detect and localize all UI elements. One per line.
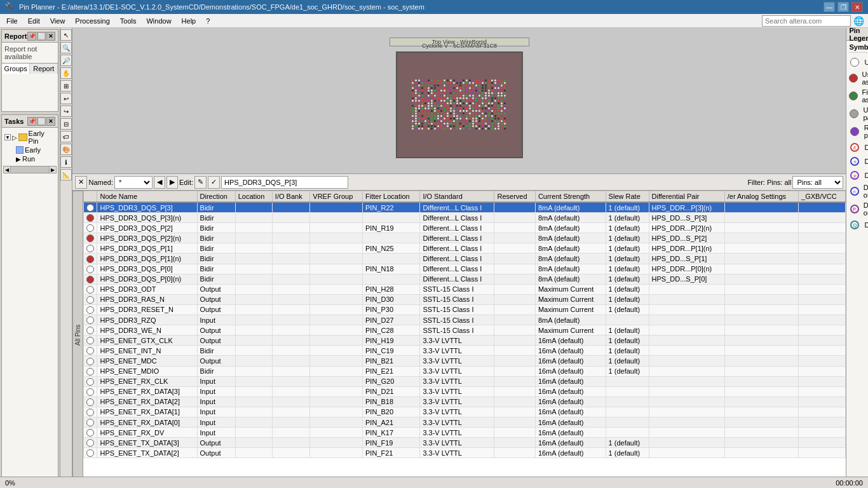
table-cell: HPS_DD...S_P[1] [649,254,724,264]
table-row[interactable]: HPS_DDR3_DQS_P[3]BidirPIN_R22Different..… [84,202,846,213]
table-row[interactable]: HPS_ENET_RX_DATA[3]InputPIN_D213.3-V LVT… [84,386,846,396]
tool-undo[interactable]: ↩ [60,93,72,104]
col-current-strength[interactable]: Current Strength [535,191,606,203]
close-button[interactable]: ✕ [851,2,863,12]
table-row[interactable]: HPS_DDR3_DQS_P[0](n)BidirDifferent...L C… [84,274,846,284]
tasks-float-button[interactable]: ⬜ [37,117,46,126]
table-cell [649,325,724,336]
table-cell [606,428,649,438]
table-cell: 3.3-V LVTTL [420,346,494,356]
all-pins-label[interactable]: All Pins [72,191,83,479]
tool-snap[interactable]: 📐 [60,169,72,180]
table-row[interactable]: HPS_DDR3_DQS_P[2](n)BidirDifferent...L C… [84,233,846,243]
table-row[interactable]: HPS_ENET_RX_DATA[0]InputPIN_A213.3-V LVT… [84,417,846,427]
search-input[interactable] [762,15,851,27]
col-slew-rate[interactable]: Slew Rate [606,191,649,203]
named-next-button[interactable]: ▶ [166,176,178,189]
minimize-button[interactable]: — [824,2,835,12]
table-cell [363,274,420,284]
col-node-name[interactable]: Node Name [97,191,197,203]
tool-label[interactable]: 🏷 [60,131,72,142]
table-cell: HPS_DDR3_DQS_P[3] [97,202,197,213]
table-row[interactable]: HPS_ENET_MDCOutputPIN_B213.3-V LVTTL16mA… [84,356,846,366]
tab-report[interactable]: Report [30,64,58,74]
table-row[interactable]: HPS_ENET_TX_DATA[2]OutputPIN_F213.3-V LV… [84,448,846,458]
menu-window[interactable]: Window [141,16,176,26]
tool-redo[interactable]: ↪ [60,105,72,117]
table-cell [272,417,309,427]
table-row[interactable]: HPS_ENET_RX_DATA[2]InputPIN_B183.3-V LVT… [84,396,846,407]
edit-check-button[interactable]: ✓ [208,176,220,189]
tasks-tree-item-early[interactable]: Early [3,146,57,154]
tasks-tree-item-earlypin[interactable]: ▼ ▷ Early Pin [3,129,57,146]
table-row[interactable]: HPS_DDR3_RESET_NOutputPIN_P30SSTL-15 Cla… [84,304,846,315]
col-io-bank[interactable]: I/O Bank [272,191,309,203]
col-direction[interactable]: Direction [197,191,235,203]
col-io-standard[interactable]: I/O Standard [420,191,494,203]
table-row[interactable]: HPS_DDR3_DQS_P[1]BidirPIN_N25Different..… [84,243,846,254]
tasks-tree-item-run[interactable]: ▶ Run [3,154,57,163]
table-row[interactable]: HPS_ENET_INT_NBidirPIN_C193.3-V LVTTL16m… [84,346,846,356]
tool-color[interactable]: 🎨 [60,144,72,155]
tasks-close-button[interactable]: ✕ [46,117,55,126]
tool-grid[interactable]: ⊟ [60,118,72,130]
table-row[interactable]: HPS_ENET_RX_DATA[1]InputPIN_B203.3-V LVT… [84,407,846,417]
table-row[interactable]: HPS_ENET_RX_DVInputPIN_K173.3-V LVTTL16m… [84,428,846,438]
menu-edit[interactable]: Edit [23,16,45,26]
table-row[interactable]: HPS_DDR3_DQS_P[1](n)BidirDifferent...L C… [84,254,846,264]
edit-text-input[interactable] [221,176,348,189]
table-row[interactable]: HPS_ENET_MDIOBidirPIN_E213.3-V LVTTL16mA… [84,366,846,376]
col-fitter-location[interactable]: Fitter Location [363,191,420,203]
menu-view[interactable]: View [45,16,71,26]
table-row[interactable]: HPS_DDR3_ODTOutputPIN_H28SSTL-15 Class I… [84,284,846,294]
tool-select[interactable]: ↖ [60,29,72,41]
table-row[interactable]: HPS_DDR3_DQS_P[3](n)BidirDifferent...L C… [84,213,846,223]
tool-info[interactable]: ℹ [60,156,72,168]
table-row[interactable]: HPS_DDR3_RZQInputPIN_D27SSTL-15 Class I8… [84,315,846,325]
table-row[interactable]: HPS_DDR3_RAS_NOutputPIN_D30SSTL-15 Class… [84,294,846,304]
col-diff-pair[interactable]: Differential Pair [649,191,724,203]
table-cell: HPS_DDR3_DQS_P[1] [97,243,197,254]
table-row[interactable]: HPS_DDR3_DQS_P[2]BidirPIN_R19Different..… [84,223,846,233]
tool-zoom-out[interactable]: 🔎 [60,55,72,66]
tasks-pin-button[interactable]: 📌 [27,117,36,126]
table-cell [235,366,272,376]
col-gxb[interactable]: _GXB/VCC [799,191,846,203]
restore-button[interactable]: ❐ [837,2,849,12]
table-row[interactable]: HPS_ENET_TX_DATA[3]OutputPIN_F193.3-V LV… [84,438,846,448]
tool-zoom-in[interactable]: 🔍 [60,42,72,53]
edit-icon-button[interactable]: ✎ [194,176,207,189]
tool-hand[interactable]: ✋ [60,67,72,79]
menu-processing[interactable]: Processing [70,16,114,26]
col-location[interactable]: Location [235,191,272,203]
report-pin-button[interactable]: 📌 [27,32,36,41]
tasks-scroll-left[interactable]: ◀ [3,166,11,173]
tree-expand-icon[interactable]: ▼ [4,134,11,140]
menu-tools[interactable]: Tools [115,16,142,26]
table-cell: PIN_K17 [363,428,420,438]
filter-combo[interactable]: Pins: all [792,176,843,189]
table-row[interactable]: HPS_ENET_GTX_CLKOutputPIN_H193.3-V LVTTL… [84,336,846,346]
tool-fit[interactable]: ⊞ [60,80,72,92]
col-icon[interactable] [84,191,97,203]
tab-groups[interactable]: Groups [2,64,30,74]
table-row[interactable]: HPS_DDR3_DQS_P[0]BidirPIN_N18Different..… [84,264,846,274]
table-row[interactable]: HPS_DDR3_WE_NOutputPIN_C28SSTL-15 Class … [84,325,846,336]
menu-help[interactable]: Help [177,16,201,26]
named-combo[interactable]: * [114,176,153,189]
menu-help-icon[interactable]: ? [201,16,215,26]
report-float-button[interactable]: ⬜ [37,32,46,41]
col-reserved[interactable]: Reserved [494,191,535,203]
clear-filter-button[interactable]: ✕ [75,176,87,189]
table-area[interactable]: Node Name Direction Location I/O Bank VR… [83,191,846,479]
table-cell [649,438,724,448]
col-vref-group[interactable]: VREF Group [310,191,363,203]
tasks-scrollbar-track[interactable] [11,166,49,173]
table-row[interactable]: HPS_ENET_RX_CLKInputPIN_G203.3-V LVTTL16… [84,376,846,386]
tasks-scroll-right[interactable]: ▶ [49,166,57,173]
named-prev-button[interactable]: ◀ [154,176,165,189]
report-close-button[interactable]: ✕ [46,32,55,41]
menu-file[interactable]: File [1,16,23,26]
legend-title-bar: Pin Legend 📌 ⬜ ✕ [846,28,868,41]
col-analog[interactable]: /er Analog Settings [724,191,798,203]
